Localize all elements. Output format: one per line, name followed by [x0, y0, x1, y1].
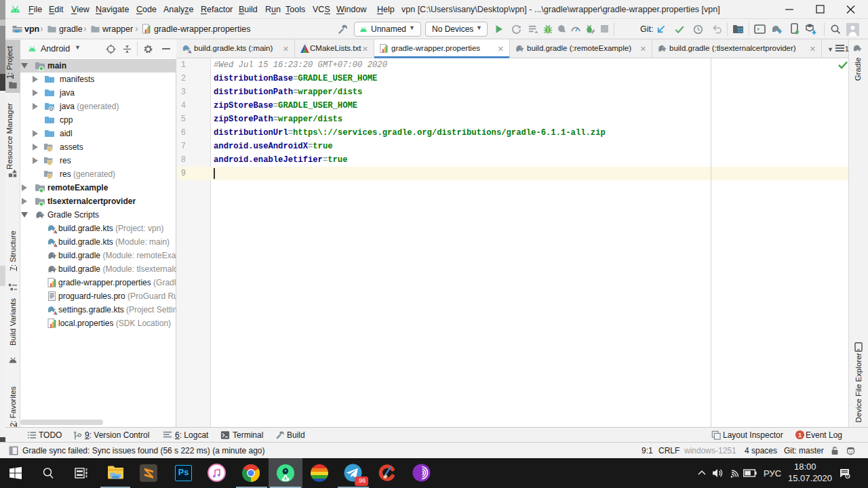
svg-text:1: 1 [845, 45, 849, 53]
svg-text:1: 1 [798, 432, 802, 439]
